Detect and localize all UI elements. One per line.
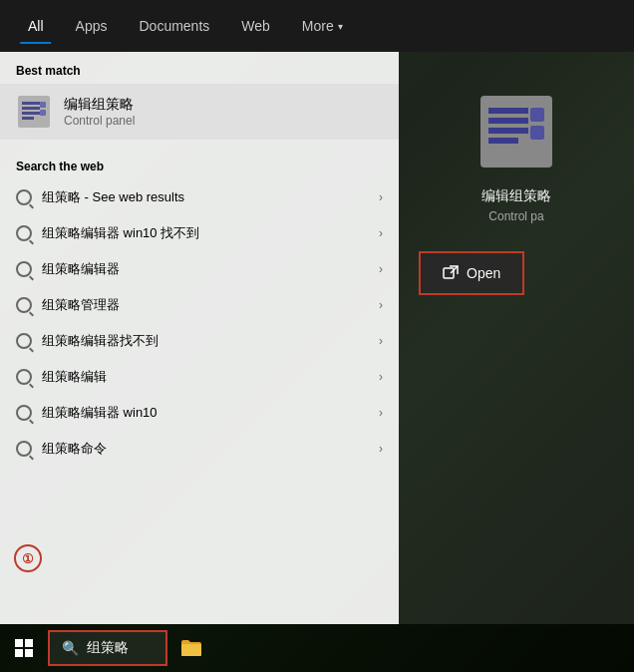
chevron-right-icon-5: ›: [379, 370, 383, 384]
search-icon-6: [16, 405, 32, 421]
chevron-down-icon: ▾: [338, 21, 343, 32]
taskbar: 🔍 组策略: [0, 624, 634, 672]
chevron-right-icon-3: ›: [379, 298, 383, 312]
open-button[interactable]: Open: [423, 255, 520, 291]
search-web-title: Search the web: [0, 148, 399, 179]
taskbar-folder-button[interactable]: [167, 624, 215, 672]
svg-rect-4: [22, 117, 34, 120]
tab-more[interactable]: More ▾: [290, 12, 355, 40]
svg-rect-19: [25, 649, 33, 657]
chevron-right-icon-1: ›: [379, 226, 383, 240]
right-panel-icon: [476, 92, 556, 175]
svg-rect-14: [444, 268, 454, 278]
svg-rect-9: [488, 118, 528, 124]
search-result-6[interactable]: 组策略编辑器 win10 ›: [0, 395, 399, 431]
svg-rect-20: [181, 644, 201, 656]
search-result-2[interactable]: 组策略编辑器 ›: [0, 251, 399, 287]
svg-rect-8: [488, 108, 528, 114]
chevron-right-icon-2: ›: [379, 262, 383, 276]
search-result-7[interactable]: 组策略命令 ›: [0, 431, 399, 467]
nav-tabs: All Apps Documents Web More ▾: [0, 0, 634, 52]
tab-apps[interactable]: Apps: [64, 12, 120, 40]
best-match-name: 编辑组策略: [64, 96, 135, 114]
search-result-1[interactable]: 组策略编辑器 win10 找不到 ›: [0, 215, 399, 251]
search-icon-0: [16, 189, 32, 205]
search-result-text-0: 组策略 - See web results: [42, 188, 184, 206]
search-icon-1: [16, 225, 32, 241]
search-icon-3: [16, 297, 32, 313]
svg-rect-17: [25, 639, 33, 647]
svg-rect-13: [530, 126, 544, 140]
search-result-text-2: 组策略编辑器: [42, 260, 120, 278]
folder-icon: [180, 639, 202, 657]
svg-rect-18: [15, 649, 23, 657]
search-icon-5: [16, 369, 32, 385]
tab-all[interactable]: All: [16, 12, 56, 40]
windows-icon: [14, 638, 34, 658]
search-icon-2: [16, 261, 32, 277]
search-result-0[interactable]: 组策略 - See web results ›: [0, 179, 399, 215]
chevron-right-icon-7: ›: [379, 442, 383, 456]
svg-rect-5: [40, 102, 46, 108]
search-result-3[interactable]: 组策略管理器 ›: [0, 287, 399, 323]
svg-rect-12: [530, 108, 544, 122]
annotation-1: ①: [14, 544, 42, 572]
taskbar-search-icon: 🔍: [62, 640, 79, 656]
search-icon-7: [16, 441, 32, 457]
open-button-container: Open: [419, 251, 524, 295]
search-icon-4: [16, 333, 32, 349]
svg-rect-11: [488, 138, 518, 144]
best-match-item[interactable]: 编辑组策略 Control panel: [0, 84, 399, 140]
search-result-4[interactable]: 组策略编辑器找不到 ›: [0, 323, 399, 359]
taskbar-search-box[interactable]: 🔍 组策略: [48, 630, 167, 666]
open-label: Open: [467, 265, 500, 281]
right-panel: 编辑组策略 Control pa Open ②: [399, 52, 634, 624]
left-panel: Best match 编辑组策略 Control panel: [0, 52, 399, 624]
best-match-title: Best match: [0, 52, 399, 84]
search-result-text-3: 组策略管理器: [42, 296, 120, 314]
taskbar-search-text: 组策略: [87, 639, 129, 657]
svg-rect-6: [40, 110, 46, 116]
right-panel-name: 编辑组策略: [481, 187, 551, 205]
tab-documents[interactable]: Documents: [127, 12, 221, 40]
svg-rect-16: [15, 639, 23, 647]
tab-web[interactable]: Web: [229, 12, 282, 40]
search-result-text-4: 组策略编辑器找不到: [42, 332, 158, 350]
svg-rect-3: [22, 112, 40, 115]
chevron-right-icon-6: ›: [379, 406, 383, 420]
best-match-type: Control panel: [64, 114, 135, 128]
app-icon: [16, 94, 52, 130]
search-result-text-6: 组策略编辑器 win10: [42, 404, 158, 422]
search-result-text-5: 组策略编辑: [42, 368, 107, 386]
open-icon: [443, 265, 459, 281]
svg-rect-10: [488, 128, 528, 134]
search-result-text-1: 组策略编辑器 win10 找不到: [42, 224, 199, 242]
best-match-text: 编辑组策略 Control panel: [64, 96, 135, 128]
chevron-right-icon-4: ›: [379, 334, 383, 348]
svg-rect-2: [22, 107, 40, 110]
right-panel-type: Control pa: [488, 209, 543, 223]
search-result-text-7: 组策略命令: [42, 440, 107, 458]
main-content: Best match 编辑组策略 Control panel: [0, 52, 634, 624]
start-button[interactable]: [0, 624, 48, 672]
search-result-5[interactable]: 组策略编辑 ›: [0, 359, 399, 395]
start-menu: All Apps Documents Web More ▾ Best match: [0, 0, 634, 624]
chevron-right-icon-0: ›: [379, 190, 383, 204]
search-web-section: Search the web 组策略 - See web results › 组…: [0, 148, 399, 467]
svg-rect-1: [22, 102, 40, 105]
